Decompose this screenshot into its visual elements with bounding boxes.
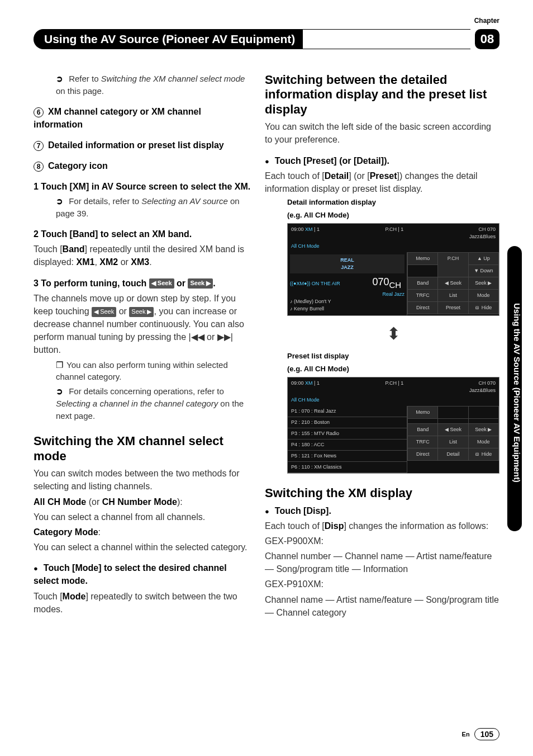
sec2-p1: You can switch the left side of the basi… xyxy=(265,120,499,146)
right-column: Switching between the detailed informati… xyxy=(265,73,499,722)
screenshot-button xyxy=(469,407,498,418)
screenshot-button: Band xyxy=(408,424,437,436)
section-switch-mode-title: Switching the XM channel select mode xyxy=(34,434,251,464)
preset-row: P2 : 210 : Boston xyxy=(288,417,407,428)
screenshot-button: Detail xyxy=(438,448,468,460)
step-3-head: 3 To perform tuning, touch ◀ Seek or See… xyxy=(34,277,251,290)
step-1-ref: For details, refer to Selecting an AV so… xyxy=(34,195,251,220)
screenshot-button: List xyxy=(438,290,468,301)
screenshot-button: ◀ Seek xyxy=(438,277,468,289)
item-7: 7Detailed information or preset list dis… xyxy=(34,139,251,152)
sec3-model-1: GEX-P900XM: xyxy=(265,535,499,547)
seek-left-icon: ◀ Seek xyxy=(149,278,174,289)
ref-switch-xm: Refer to Switching the XM channel select… xyxy=(34,73,251,97)
screenshot-button: Direct xyxy=(408,302,437,314)
preset-row: P6 : 110 : XM Classics xyxy=(288,462,407,473)
screenshot-button: ⦻ Hide xyxy=(469,302,498,314)
step-2-head: 2 Touch [Band] to select an XM band. xyxy=(34,228,251,240)
preset-row: P3 : 155 : MTV Radio xyxy=(288,428,407,440)
sec2-step-head: Touch [Preset] (or [Detail]). xyxy=(265,154,499,167)
screenshot-button: TRFC xyxy=(408,436,437,448)
sec1-allch-desc: You can select a channel from all channe… xyxy=(34,511,251,523)
chapter-number: 08 xyxy=(475,29,499,49)
section-switch-xm-display-title: Switching the XM display xyxy=(265,486,499,500)
screenshot-button: ▲ Up xyxy=(469,253,498,264)
screenshot-button: Mode xyxy=(469,436,498,448)
sec1-catmode-desc: You can select a channel within the sele… xyxy=(34,541,251,554)
step-3-note-1: You can also perform tuning within selec… xyxy=(34,359,251,384)
screenshot-button: Seek ▶ xyxy=(469,424,498,436)
sec3-body: Each touch of [Disp] changes the informa… xyxy=(265,519,499,532)
caption-detail-2: (e.g. All CH Mode) xyxy=(287,210,499,221)
chapter-label: Chapter xyxy=(474,17,499,25)
screenshot-button xyxy=(408,265,437,277)
section-switch-display-title: Switching between the detailed informati… xyxy=(265,73,499,117)
screenshot-button: Direct xyxy=(408,448,437,460)
sec1-catmode: Category Mode: xyxy=(34,526,251,538)
screenshot-button: Band xyxy=(408,277,437,289)
item-6: 6XM channel category or XM channel infor… xyxy=(34,105,251,131)
sec1-step-head: Touch [Mode] to select the desired chann… xyxy=(34,561,251,587)
skip-next-icon: ▶▶| xyxy=(217,332,233,342)
side-tab: Using the AV Source (Pioneer AV Equipmen… xyxy=(507,246,522,531)
seek-right-icon: Seek ▶ xyxy=(129,307,154,317)
step-3-note-2: For details concerning operations, refer… xyxy=(34,385,251,422)
caption-preset-1: Preset list display xyxy=(287,351,499,362)
screenshot-button: ◀ Seek xyxy=(438,424,468,436)
screenshot-button: TRFC xyxy=(408,290,437,301)
updown-arrow-icon: ⬍ xyxy=(287,322,499,346)
preset-row: P4 : 180 : ACC xyxy=(288,440,407,451)
skip-prev-icon: |◀◀ xyxy=(188,332,204,342)
seek-left-icon: ◀ Seek xyxy=(92,307,116,317)
screenshot-button xyxy=(438,407,468,418)
step-2-body: Touch [Band] repeatedly until the desire… xyxy=(34,243,251,268)
footer-lang: En xyxy=(462,731,470,738)
screenshot-button: List xyxy=(438,436,468,448)
sec1-p1: You can switch modes between the two met… xyxy=(34,467,251,493)
sec3-model-2-seq: Channel name — Artist name/feature — Son… xyxy=(265,593,499,619)
screenshot-button: Memo xyxy=(408,253,437,264)
screenshot-button: Memo xyxy=(408,407,437,418)
screenshot-button xyxy=(438,419,468,423)
sec3-step-head: Touch [Disp]. xyxy=(265,504,499,517)
step-3-body: The channels move up or down step by ste… xyxy=(34,292,251,357)
screenshot-button: Mode xyxy=(469,290,498,301)
caption-preset-2: (e.g. All CH Mode) xyxy=(287,364,499,375)
detail-display-screenshot: 09:00 XM | 1 P.CH | 1 CH 070Jazz&Blues A… xyxy=(287,223,499,316)
side-tab-text: Using the AV Source (Pioneer AV Equipmen… xyxy=(507,246,522,531)
step-1-head: 1 Touch [XM] in AV Source screen to sele… xyxy=(34,180,251,193)
sec1-step-body: Touch [Mode] repeatedly to switch betwee… xyxy=(34,590,251,616)
screenshot-button: ⦻ Hide xyxy=(469,448,498,460)
screenshot-button: Seek ▶ xyxy=(469,277,498,289)
sec3-model-2: GEX-P910XM: xyxy=(265,578,499,590)
sec1-allch: All CH Mode (or CH Number Mode): xyxy=(34,495,251,508)
screenshot-button: P.CH xyxy=(438,253,468,277)
preset-row: P5 : 121 : Fox News xyxy=(288,451,407,462)
preset-row: P1 : 070 : Real Jazz xyxy=(288,406,407,417)
seek-right-icon: Seek ▶ xyxy=(188,278,213,289)
item-8: 8Category icon xyxy=(34,159,251,172)
header-bar: Using the AV Source (Pioneer AV Equipmen… xyxy=(34,29,499,49)
footer: En 105 xyxy=(462,728,499,740)
caption-detail-1: Detail information display xyxy=(287,197,499,208)
sec2-step-body: Each touch of [Detail] (or [Preset]) cha… xyxy=(265,169,499,195)
screenshot-button: ▼ Down xyxy=(469,265,498,277)
screenshot-button xyxy=(408,419,437,423)
page-number: 105 xyxy=(474,728,499,740)
sec3-model-1-seq: Channel number — Channel name — Artist n… xyxy=(265,550,499,575)
screenshot-button xyxy=(469,419,498,423)
preset-list-screenshot: 09:00 XM | 1 P.CH | 1 CH 070Jazz&Blues A… xyxy=(287,377,499,474)
screenshot-button: Preset xyxy=(438,302,468,314)
page-title: Using the AV Source (Pioneer AV Equipmen… xyxy=(34,30,303,49)
left-column: Refer to Switching the XM channel select… xyxy=(34,73,251,722)
